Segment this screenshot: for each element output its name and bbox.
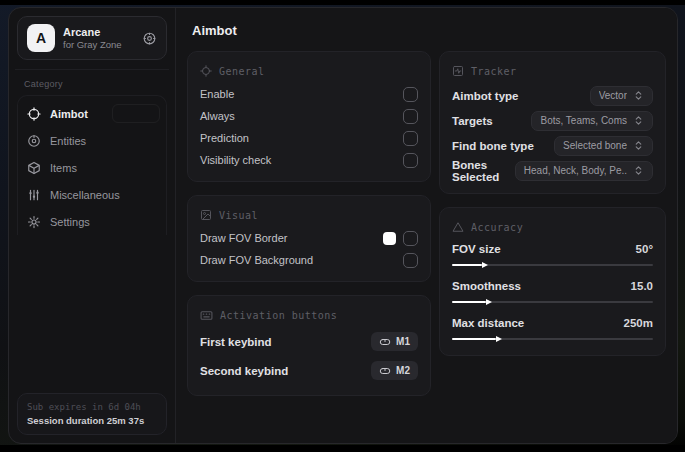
setting-row-find-bone-type: Find bone type Selected bone [452,133,653,158]
sidebar-item-label: Settings [50,216,90,228]
activation-card-title: Activation buttons [200,305,418,325]
sub-expiry-text: Sub expires in 6d 04h [27,401,157,414]
brand-text: Arcane for Gray Zone [63,26,134,51]
triangle-icon [452,221,464,233]
setting-row-second-keybind: Second keybind M2 [200,356,418,385]
max-distance-value: 250m [624,317,653,329]
fov-size-value: 50° [636,243,653,255]
general-card: General Enable Always Prediction [187,51,431,182]
smoothness-slider[interactable] [452,298,653,306]
card-title-text: Visual [219,210,258,221]
fov-border-color-swatch[interactable] [383,232,396,245]
setting-row-visibility-check: Visibility check [200,149,418,171]
sidebar-item-settings[interactable]: Settings [20,208,164,235]
setting-label: Draw FOV Border [200,232,287,244]
left-column: General Enable Always Prediction [187,51,431,396]
chevrons-up-down-icon [633,90,644,101]
setting-row-enable: Enable [200,83,418,105]
tracker-card: Tracker Aimbot type Vector [439,51,666,194]
bones-selected-select[interactable]: Head, Neck, Body, Pe.. [515,161,653,181]
package-icon [27,161,41,175]
setting-row-draw-fov-background: Draw FOV Background [200,249,418,271]
select-value: Bots, Teams, Coms [540,115,627,126]
find-bone-type-select[interactable]: Selected bone [554,136,653,156]
card-title-text: Accuracy [471,222,523,233]
setting-label: FOV size [452,243,501,255]
setting-label: Second keybind [200,365,288,377]
tracker-card-title: Tracker [452,61,653,81]
setting-row-aimbot-type: Aimbot type Vector [452,83,653,108]
sidebar-item-label: Aimbot [50,108,88,120]
activity-icon [452,65,464,77]
aimbot-type-select[interactable]: Vector [590,86,653,106]
prediction-checkbox[interactable] [403,131,418,146]
second-keybind-button[interactable]: M2 [371,361,418,380]
setting-row-first-keybind: First keybind M1 [200,327,418,356]
page-header: Aimbot [176,8,677,47]
setting-label: Prediction [200,132,249,144]
enable-checkbox[interactable] [403,87,418,102]
draw-fov-border-checkbox[interactable] [403,231,418,246]
visual-card-title: Visual [200,205,418,225]
crosshair-icon [27,107,41,121]
setting-row-targets: Targets Bots, Teams, Coms [452,108,653,133]
sidebar-item-aimbot[interactable]: Aimbot [20,100,164,127]
sidebar-item-miscellaneous[interactable]: Miscellaneous [20,181,164,208]
visibility-check-checkbox[interactable] [403,153,418,168]
sidebar-item-label: Miscellaneous [50,189,120,201]
setting-label: Max distance [452,317,524,329]
session-duration-text: Session duration 25m 37s [27,414,157,427]
setting-row-prediction: Prediction [200,127,418,149]
sidebar: A Arcane for Gray Zone Category [9,8,176,443]
brand-name: Arcane [63,26,134,39]
sidebar-item-label: Entities [50,135,86,147]
fov-size-slider[interactable] [452,261,653,269]
setting-group-smoothness: Smoothness 15.0 [452,277,653,306]
draw-fov-background-checkbox[interactable] [403,253,418,268]
setting-group-max-distance: Max distance 250m [452,314,653,343]
accuracy-card-title: Accuracy [452,217,653,237]
chevrons-up-down-icon [633,140,644,151]
brand-subtitle: for Gray Zone [63,39,134,51]
right-column: Tracker Aimbot type Vector [439,51,666,396]
card-title-text: Tracker [471,66,517,77]
card-title-text: General [219,66,265,77]
setting-label: Visibility check [200,154,271,166]
setting-label: Targets [452,115,493,127]
category-label: Category [24,79,167,89]
accuracy-card: Accuracy FOV size 50° [439,207,666,356]
chevrons-up-down-icon [633,115,644,126]
visual-card: Visual Draw FOV Border Draw FOV Backgrou… [187,195,431,282]
activation-buttons-card: Activation buttons First keybind M1 [187,295,431,396]
setting-label: Smoothness [452,280,521,292]
sidebar-nav: Aimbot Entities [17,95,167,235]
subscription-info-card: Sub expires in 6d 04h Session duration 2… [17,393,167,435]
smoothness-value: 15.0 [631,280,653,292]
setting-row-bones-selected: Bones Selected Head, Neck, Body, Pe.. [452,158,653,183]
brand-card: A Arcane for Gray Zone [17,16,167,60]
image-icon [200,209,212,221]
setting-label: Draw FOV Background [200,254,313,266]
setting-label: Always [200,110,235,122]
sidebar-item-entities[interactable]: Entities [20,127,164,154]
first-keybind-button[interactable]: M1 [371,332,418,351]
select-value: Selected bone [563,140,627,151]
sidebar-item-label: Items [50,162,77,174]
keyboard-icon [200,309,213,322]
gear-icon[interactable] [142,31,157,46]
sidebar-item-items[interactable]: Items [20,154,164,181]
page-title: Aimbot [192,23,661,38]
keybind-value: M2 [396,365,410,376]
max-distance-slider[interactable] [452,335,653,343]
setting-row-draw-fov-border: Draw FOV Border [200,227,418,249]
radar-icon [27,134,41,148]
targets-select[interactable]: Bots, Teams, Coms [531,111,653,131]
mouse-icon [379,336,391,348]
chevrons-up-down-icon [633,165,644,176]
cheat-menu-window: A Arcane for Gray Zone Category [8,7,678,444]
always-checkbox[interactable] [403,109,418,124]
sidebar-divider [15,69,169,70]
select-value: Vector [599,90,627,101]
select-value: Head, Neck, Body, Pe.. [524,165,627,176]
mouse-icon [379,365,391,377]
